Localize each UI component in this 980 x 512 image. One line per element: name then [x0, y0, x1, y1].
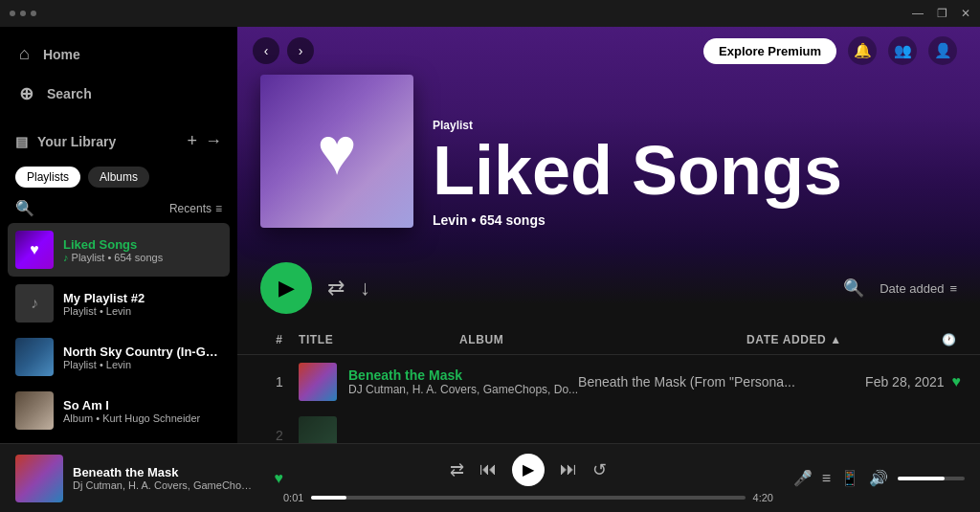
volume-bar-fill	[898, 477, 945, 480]
north-sky-sub: Playlist • Levin	[63, 359, 222, 370]
liked-songs-sub: ♪ Playlist • 654 songs	[63, 252, 222, 263]
tracks-area: ▶ ⇄ ↓ 🔍 Date added ≡ # Title Album Date …	[237, 247, 980, 443]
player-track-info: Beneath the Mask Dj Cutman, H. A. Covers…	[73, 465, 257, 491]
track-artist: DJ Cutman, H. A. Covers, GameChops, Do..…	[348, 383, 578, 396]
library-icon: ▤	[15, 134, 28, 149]
tracks-toolbar: ▶ ⇄ ↓ 🔍 Date added ≡	[237, 247, 980, 329]
hero: ‹ › Explore Premium 🔔 👥 👤 ♥ Playlist Lik…	[237, 27, 980, 247]
player-track-name: Beneath the Mask	[73, 465, 257, 479]
player-right: 🎤 ≡ 📱 🔊	[773, 469, 965, 487]
hero-owner: Levin	[433, 212, 468, 228]
sidebar-search-row: 🔍 Recents ≡	[0, 193, 237, 223]
maximize-button[interactable]: ❐	[937, 7, 947, 20]
back-button[interactable]: ‹	[253, 37, 279, 64]
home-icon: ⌂	[19, 44, 30, 64]
library-label: Your Library	[37, 134, 116, 149]
sidebar-item-liked-songs[interactable]: ♥ Liked Songs ♪ Playlist • 654 songs	[8, 223, 230, 277]
so-am-i-name: So Am I	[63, 398, 222, 412]
hero-nav-buttons: ‹ ›	[253, 37, 314, 64]
hero-meta: Levin • 654 songs	[433, 212, 957, 228]
library-search-icon[interactable]: 🔍	[15, 199, 34, 217]
current-time: 0:01	[283, 492, 303, 503]
sidebar-list: ♥ Liked Songs ♪ Playlist • 654 songs ♪ M…	[0, 223, 237, 443]
col-date-added: Date added ▲	[746, 333, 900, 346]
sidebar-item-playlist2[interactable]: ♪ My Playlist #2 Playlist • Levin	[8, 277, 230, 330]
sidebar-item-so-am-i-info: So Am I Album • Kurt Hugo Schneider	[63, 398, 222, 424]
progress-bar[interactable]	[311, 496, 745, 500]
filter-albums-button[interactable]: Albums	[88, 167, 149, 188]
hero-type: Playlist	[433, 119, 957, 132]
sidebar-nav: ⌂ Home ⊕ Search	[0, 27, 237, 122]
volume-bar[interactable]	[898, 477, 965, 480]
title-bar-dots	[10, 11, 36, 16]
hero-info: Playlist Liked Songs Levin • 654 songs	[433, 119, 957, 228]
library-title[interactable]: ▤ Your Library	[15, 134, 116, 149]
notifications-button[interactable]: 🔔	[848, 36, 877, 65]
track-text: Beneath the Mask DJ Cutman, H. A. Covers…	[348, 367, 578, 396]
table-row[interactable]: 2	[237, 409, 980, 443]
lyrics-button[interactable]: 🎤	[793, 469, 813, 487]
total-time: 4:20	[753, 492, 773, 503]
sort-arrow-icon: ▲	[830, 333, 841, 346]
sidebar-item-search[interactable]: ⊕ Search	[0, 74, 237, 114]
track-number: 2	[260, 428, 299, 443]
friends-button[interactable]: 👥	[888, 36, 917, 65]
sidebar-library-header: ▤ Your Library + →	[0, 122, 237, 161]
repeat-button[interactable]: ↺	[592, 459, 607, 480]
sidebar-item-search-label: Search	[47, 86, 92, 101]
tracks-search-button[interactable]: 🔍	[843, 278, 864, 299]
add-library-button[interactable]: +	[187, 131, 197, 151]
queue-button[interactable]: ≡	[822, 470, 831, 487]
previous-button[interactable]: ⏮	[479, 459, 497, 479]
table-row[interactable]: 1 Beneath the Mask DJ Cutman, H. A. Cove…	[237, 355, 980, 409]
expand-library-button[interactable]: →	[205, 131, 222, 151]
profile-button[interactable]: 👤	[928, 36, 957, 65]
player-track-artist: Dj Cutman, H. A. Covers, GameChops, Dodg…	[73, 479, 257, 491]
hero-song-count: 654 songs	[479, 212, 545, 228]
col-duration: 🕐	[900, 333, 957, 346]
sidebar-item-so-am-i[interactable]: So Am I Album • Kurt Hugo Schneider	[8, 384, 230, 437]
title-bar-controls[interactable]: — ❐ ✕	[912, 7, 970, 20]
player-liked-button[interactable]: ♥	[275, 470, 284, 487]
recents-label[interactable]: Recents ≡	[169, 202, 222, 215]
track-album: Beneath the Mask (From "Persona...	[578, 374, 865, 390]
track-thumb	[299, 416, 337, 443]
playlist2-thumb: ♪	[15, 284, 54, 323]
so-am-i-thumb	[15, 391, 54, 430]
volume-button[interactable]: 🔊	[869, 469, 888, 487]
sidebar-item-playlist2-info: My Playlist #2 Playlist • Levin	[63, 291, 222, 317]
shuffle-button[interactable]: ⇄	[450, 459, 464, 480]
player: Beneath the Mask Dj Cutman, H. A. Covers…	[0, 443, 980, 512]
sidebar-filter-row: Playlists Albums	[0, 161, 237, 193]
sidebar-item-home[interactable]: ⌂ Home	[0, 34, 237, 74]
forward-button[interactable]: ›	[287, 37, 314, 64]
main-layout: ⌂ Home ⊕ Search ▤ Your Library + → Playl…	[0, 27, 980, 443]
filter-playlists-button[interactable]: Playlists	[15, 167, 80, 188]
col-album: Album	[459, 333, 746, 346]
liked-icon[interactable]: ♥	[952, 373, 962, 390]
play-pause-button[interactable]: ▶	[512, 454, 545, 486]
player-thumb	[15, 455, 63, 502]
minimize-button[interactable]: —	[912, 7, 924, 20]
device-button[interactable]: 📱	[840, 469, 859, 487]
sort-selector[interactable]: Date added ≡	[880, 281, 957, 296]
title-bar: — ❐ ✕	[0, 0, 980, 27]
close-button[interactable]: ✕	[961, 7, 970, 20]
library-actions: + →	[187, 131, 222, 151]
liked-songs-thumb: ♥	[15, 231, 54, 269]
shuffle-button[interactable]: ⇄	[327, 276, 345, 301]
explore-premium-button[interactable]: Explore Premium	[703, 38, 836, 64]
next-button[interactable]: ⏭	[560, 459, 577, 479]
sidebar: ⌂ Home ⊕ Search ▤ Your Library + → Playl…	[0, 27, 237, 443]
track-info: Beneath the Mask DJ Cutman, H. A. Covers…	[299, 363, 578, 401]
sidebar-item-north-sky[interactable]: North Sky Country (In-Game) Playlist • L…	[8, 330, 230, 384]
search-icon: ⊕	[19, 83, 33, 104]
track-date: Feb 28, 2021 ♥	[865, 373, 980, 390]
content: ‹ › Explore Premium 🔔 👥 👤 ♥ Playlist Lik…	[237, 27, 980, 443]
player-track: Beneath the Mask Dj Cutman, H. A. Covers…	[15, 455, 283, 502]
player-controls: ⇄ ⏮ ▶ ⏭ ↺ 0:01 4:20	[283, 454, 773, 503]
download-button[interactable]: ↓	[360, 276, 370, 301]
hero-topbar: ‹ › Explore Premium 🔔 👥 👤	[237, 27, 980, 75]
play-button[interactable]: ▶	[260, 262, 312, 314]
track-thumb-img	[299, 363, 337, 401]
